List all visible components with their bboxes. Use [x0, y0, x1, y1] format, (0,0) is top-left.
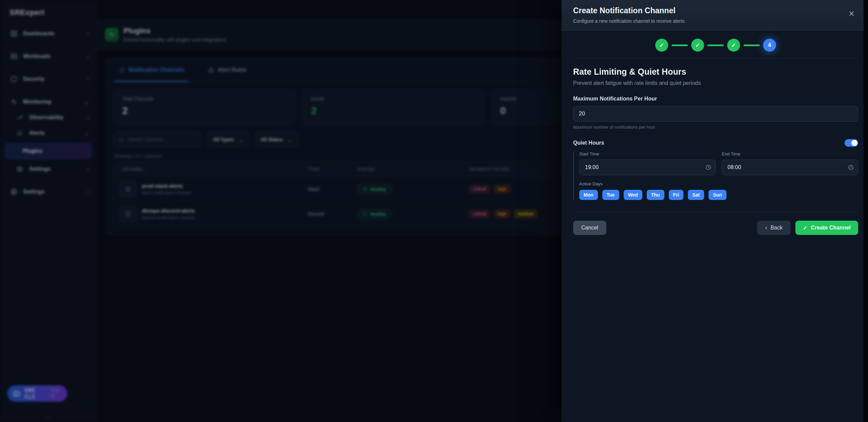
close-icon[interactable]: ✕ [849, 10, 855, 18]
panel-title: Create Notification Channel [573, 6, 852, 15]
day-chip-sat[interactable]: Sat [688, 190, 704, 200]
step-3-complete: ✓ [727, 39, 740, 52]
step-1-complete: ✓ [655, 39, 668, 52]
active-days-row: Mon Tue Wed Thu Fri Sat Sun [579, 190, 858, 200]
start-time-label: Start Time [579, 151, 716, 157]
step-2-complete: ✓ [691, 39, 704, 52]
panel-subtitle: Configure a new notification channel to … [573, 18, 852, 24]
step-4-active: 4 [763, 39, 776, 52]
quiet-hours-section: Start Time End Time [573, 151, 858, 200]
max-notifications-label: Maximum Notifications Per Hour [573, 96, 858, 102]
toggle-knob [851, 140, 857, 146]
step-connector [743, 44, 760, 46]
max-notifications-helper: Maximum number of notifications per hour [573, 125, 858, 130]
max-notifications-input[interactable] [573, 106, 858, 122]
section-title: Rate Limiting & Quiet Hours [573, 67, 858, 77]
wizard-stepper: ✓ ✓ ✓ 4 [573, 39, 858, 52]
end-time-input[interactable] [722, 160, 858, 175]
scrollbar-track[interactable] [864, 0, 868, 422]
clock-icon[interactable] [705, 165, 711, 170]
start-time-input[interactable] [579, 160, 716, 175]
step-connector [707, 44, 724, 46]
back-button[interactable]: ‹ Back [757, 221, 791, 235]
quiet-hours-toggle[interactable] [845, 139, 858, 147]
check-icon: ✓ [803, 225, 807, 231]
panel-footer: Cancel ‹ Back ✓ Create Channel [573, 212, 858, 235]
chevron-left-icon: ‹ [765, 225, 767, 231]
day-chip-tue[interactable]: Tue [602, 190, 619, 200]
panel-body: ✓ ✓ ✓ 4 Rate Limiting & Quiet Hours Prev… [562, 31, 864, 235]
stepper-section: ✓ ✓ ✓ 4 [573, 31, 858, 59]
day-chip-thu[interactable]: Thu [647, 190, 664, 200]
quiet-hours-row: Quiet Hours [573, 139, 858, 147]
clock-icon[interactable] [848, 165, 854, 170]
section-subtitle: Prevent alert fatigue with rate limits a… [573, 80, 858, 86]
step-connector [672, 44, 688, 46]
day-chip-fri[interactable]: Fri [669, 190, 684, 200]
check-icon: ✓ [731, 42, 736, 49]
create-channel-button[interactable]: ✓ Create Channel [795, 221, 858, 235]
cancel-button[interactable]: Cancel [573, 221, 606, 235]
panel-header: Create Notification Channel Configure a … [562, 0, 864, 31]
day-chip-mon[interactable]: Mon [579, 190, 598, 200]
quiet-hours-label: Quiet Hours [573, 140, 604, 146]
check-icon: ✓ [695, 42, 700, 49]
app-root: SRExpert Dashboards › Workloads › [0, 0, 868, 422]
end-time-label: End Time [722, 151, 858, 157]
day-chip-wed[interactable]: Wed [624, 190, 642, 200]
create-channel-panel: Create Notification Channel Configure a … [562, 0, 864, 422]
day-chip-sun[interactable]: Sun [709, 190, 726, 200]
check-icon: ✓ [659, 42, 664, 49]
active-days-label: Active Days [579, 181, 858, 186]
